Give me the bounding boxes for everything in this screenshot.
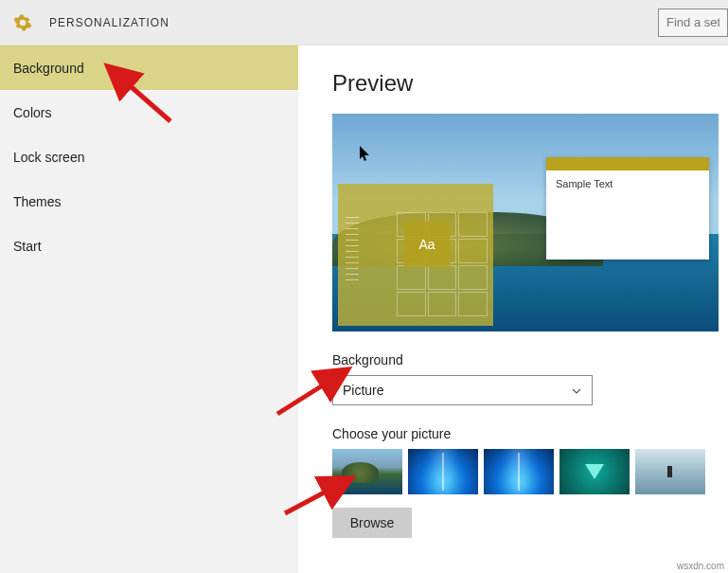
- aa-tile: Aa: [404, 222, 450, 267]
- header-bar: PERSONALIZATION: [0, 0, 728, 45]
- sample-window-text: Sample Text: [556, 178, 613, 189]
- thumbnail-windows-hero-2[interactable]: [484, 449, 554, 494]
- gear-icon: [13, 13, 32, 32]
- sidebar-item-label: Lock screen: [13, 150, 84, 165]
- search-input[interactable]: [658, 9, 728, 37]
- watermark: wsxdn.com: [677, 561, 724, 571]
- thumbnail-beach-person[interactable]: [635, 449, 705, 494]
- background-label: Background: [332, 352, 728, 367]
- sidebar-item-colors[interactable]: Colors: [0, 90, 298, 134]
- sample-window: Sample Text: [546, 157, 709, 260]
- content-pane: Preview Aa Sample Text Background: [298, 45, 728, 573]
- sidebar-item-label: Start: [13, 239, 42, 254]
- page-title: PERSONALIZATION: [49, 16, 169, 29]
- preview-panel: Aa Sample Text: [332, 114, 719, 331]
- sidebar-item-start[interactable]: Start: [0, 224, 298, 268]
- cursor-icon: [359, 146, 372, 167]
- sidebar-item-label: Themes: [13, 194, 62, 209]
- sidebar-item-label: Background: [13, 61, 84, 76]
- background-dropdown[interactable]: Picture: [332, 375, 593, 405]
- chevron-down-icon: [571, 385, 582, 396]
- browse-button[interactable]: Browse: [332, 508, 412, 538]
- thumbnail-windows-hero-1[interactable]: [408, 449, 478, 494]
- choose-picture-label: Choose your picture: [332, 426, 728, 441]
- thumbnail-row: [332, 449, 728, 494]
- thumbnail-hawaii-crater[interactable]: [332, 449, 402, 494]
- thumbnail-teal-triangle[interactable]: [559, 449, 630, 494]
- sidebar-item-background[interactable]: Background: [0, 45, 298, 90]
- sidebar: Background Colors Lock screen Themes Sta…: [0, 45, 298, 573]
- sidebar-item-themes[interactable]: Themes: [0, 179, 298, 224]
- sidebar-item-lock-screen[interactable]: Lock screen: [0, 134, 298, 179]
- dropdown-value: Picture: [343, 383, 384, 398]
- preview-heading: Preview: [332, 70, 728, 97]
- start-menu-overlay: Aa: [338, 184, 493, 326]
- sidebar-item-label: Colors: [13, 105, 51, 120]
